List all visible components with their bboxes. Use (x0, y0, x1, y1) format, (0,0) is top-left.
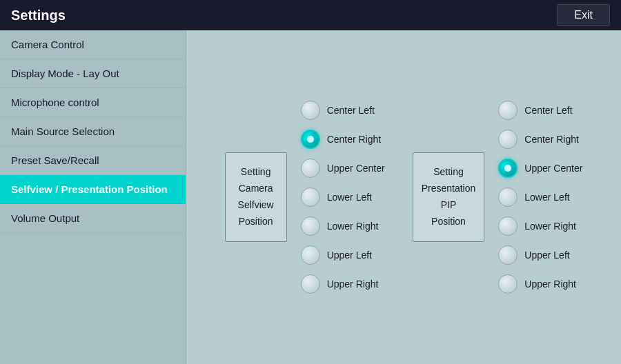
selfview-position-group: Setting Camera Selfview Position Center … (225, 101, 385, 294)
sidebar-item-main-source-selection[interactable]: Main Source Selection (0, 117, 186, 146)
pip-radio-lower-right[interactable] (498, 216, 518, 236)
selfview-radio-lower-left[interactable] (301, 188, 320, 207)
selfview-option-lower-right[interactable]: Lower Right (301, 216, 385, 236)
selfview-radio-upper-right[interactable] (301, 274, 320, 294)
selfview-option-upper-left[interactable]: Upper Left (301, 245, 385, 265)
selfview-option-upper-center[interactable]: Upper Center (301, 159, 385, 178)
pip-options: Center LeftCenter RightUpper CenterLower… (498, 101, 582, 294)
pip-position-group: Setting Presentation PIP Position Center… (413, 101, 583, 294)
selfview-radio-lower-right[interactable] (301, 216, 320, 236)
selfview-box-text: Setting Camera Selfview Position (234, 164, 278, 230)
pip-option-lower-left[interactable]: Lower Left (498, 188, 582, 207)
selfview-option-center-right[interactable]: Center Right (301, 130, 385, 149)
pip-radio-center-right[interactable] (498, 130, 518, 149)
sidebar-item-volume-output[interactable]: Volume Output (0, 204, 186, 233)
selfview-radio-center-right[interactable] (301, 130, 320, 149)
selfview-radio-upper-left[interactable] (301, 245, 320, 265)
selfview-option-upper-right[interactable]: Upper Right (301, 274, 385, 294)
pip-radio-lower-left[interactable] (498, 188, 518, 207)
exit-button[interactable]: Exit (557, 4, 610, 26)
pip-option-upper-right[interactable]: Upper Right (498, 274, 582, 294)
selfview-label-lower-right: Lower Right (327, 221, 379, 232)
pip-radio-upper-center[interactable] (498, 159, 518, 178)
pip-label-lower-right: Lower Right (524, 221, 576, 232)
selfview-label-upper-left: Upper Left (327, 250, 372, 261)
pip-radio-upper-left[interactable] (498, 245, 518, 265)
pip-label-lower-left: Lower Left (524, 192, 569, 203)
header: Settings Exit (0, 0, 621, 30)
pip-option-upper-center[interactable]: Upper Center (498, 159, 582, 178)
pip-label-upper-center: Upper Center (524, 163, 582, 174)
pip-option-upper-left[interactable]: Upper Left (498, 245, 582, 265)
pip-label-upper-left: Upper Left (524, 250, 569, 261)
selfview-option-center-left[interactable]: Center Left (301, 101, 385, 120)
selfview-options: Center LeftCenter RightUpper CenterLower… (301, 101, 385, 294)
selfview-radio-upper-center[interactable] (301, 159, 320, 178)
pip-label-upper-right: Upper Right (524, 279, 576, 290)
sidebar-item-camera-control[interactable]: Camera Control (0, 30, 186, 59)
pip-label-center-right: Center Right (524, 134, 579, 145)
pip-radio-upper-right[interactable] (498, 274, 518, 294)
selfview-label-lower-left: Lower Left (327, 192, 372, 203)
selfview-setting-box: Setting Camera Selfview Position (225, 152, 287, 241)
pip-option-lower-right[interactable]: Lower Right (498, 216, 582, 236)
pip-radio-center-left[interactable] (498, 101, 518, 120)
selfview-label-center-left: Center Left (327, 105, 375, 116)
selfview-label-center-right: Center Right (327, 134, 382, 145)
pip-option-center-right[interactable]: Center Right (498, 130, 582, 149)
main-content: Camera ControlDisplay Mode - Lay OutMicr… (0, 30, 621, 364)
selfview-label-upper-right: Upper Right (327, 279, 379, 290)
selfview-radio-center-left[interactable] (301, 101, 320, 120)
pip-box-text: Setting Presentation PIP Position (422, 164, 476, 230)
sidebar-item-microphone-control[interactable]: Microphone control (0, 88, 186, 117)
sidebar-item-selfview-presentation-position[interactable]: Selfview / Presentation Position (0, 175, 186, 204)
pip-option-center-left[interactable]: Center Left (498, 101, 582, 120)
pip-setting-box: Setting Presentation PIP Position (413, 152, 485, 241)
pip-label-center-left: Center Left (524, 105, 572, 116)
app-title: Settings (11, 8, 66, 23)
right-panel: Setting Camera Selfview Position Center … (186, 30, 621, 364)
sidebar: Camera ControlDisplay Mode - Lay OutMicr… (0, 30, 186, 364)
sidebar-item-display-mode[interactable]: Display Mode - Lay Out (0, 59, 186, 88)
selfview-option-lower-left[interactable]: Lower Left (301, 188, 385, 207)
selfview-label-upper-center: Upper Center (327, 163, 385, 174)
sidebar-item-preset-save-recall[interactable]: Preset Save/Recall (0, 146, 186, 175)
